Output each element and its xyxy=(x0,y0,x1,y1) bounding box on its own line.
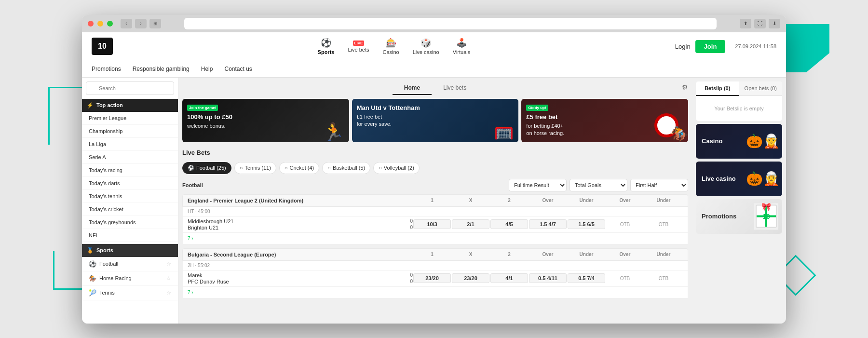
nav-live-casino[interactable]: 🎲 Live casino xyxy=(413,38,439,55)
filter-football[interactable]: ⚽ Football (25) xyxy=(182,162,231,174)
open-bets-tab[interactable]: Open bets (0) xyxy=(739,81,783,96)
banner-horse[interactable]: Giddy up! £5 free bet for betting £40+ o… xyxy=(521,99,688,142)
nav-sports-label: Sports xyxy=(318,49,335,55)
main-nav: ⚽ Sports LIVE Live bets 🎰 Casino 🎲 Live … xyxy=(127,38,661,55)
sidebar-item-todays-tennis[interactable]: Today's tennis xyxy=(82,190,178,203)
sidebar-item-todays-racing[interactable]: Today's racing xyxy=(82,164,178,177)
close-button[interactable] xyxy=(88,21,94,27)
search-input[interactable] xyxy=(86,81,174,95)
forward-button[interactable]: › xyxy=(135,19,147,28)
filter-volleyball-icon: ○ xyxy=(379,165,382,171)
odds-2-england[interactable]: 4/5 xyxy=(490,219,528,229)
banner-free-bet[interactable]: Man Utd v Tottenham £1 free bet for ever… xyxy=(352,99,519,142)
sports-label: Sports xyxy=(96,247,113,253)
sidebar-item-tennis[interactable]: 🎾 Tennis ☆ xyxy=(82,286,178,300)
sidebar-item-football[interactable]: ⚽ Football ☆ xyxy=(82,257,178,271)
filter-tennis[interactable]: ○ Tennis (11) xyxy=(234,162,276,174)
match-teams-bulgaria: Marek 0 PFC Dunav Ruse 0 xyxy=(188,272,413,284)
odds-2-bulgaria[interactable]: 4/1 xyxy=(490,273,528,283)
odds-1-england[interactable]: 10/3 xyxy=(413,219,451,229)
sidebar-item-la-liga[interactable]: La Liga xyxy=(82,138,178,151)
promo-card-casino[interactable]: Casino 🎃🧝 xyxy=(696,124,782,159)
nav-sports[interactable]: ⚽ Sports xyxy=(318,38,335,55)
live-casino-icon: 🎲 xyxy=(420,38,431,48)
minimize-button[interactable] xyxy=(97,21,103,27)
odds-under1-bulgaria[interactable]: 0.5 7/4 xyxy=(568,273,605,283)
sidebar-item-nfl[interactable]: NFL xyxy=(82,229,178,242)
nav-live-casino-label: Live casino xyxy=(413,49,439,55)
nav-casino[interactable]: 🎰 Casino xyxy=(382,38,399,55)
filter-volleyball[interactable]: ○ Volleyball (2) xyxy=(373,162,420,174)
right-sidebar: Betslip (0) Open bets (0) Your Betslip i… xyxy=(692,78,786,324)
odds-under1-england[interactable]: 1.5 6/5 xyxy=(568,219,605,229)
maximize-button[interactable] xyxy=(107,21,113,27)
filter-tennis-icon: ○ xyxy=(240,165,243,171)
filter-basketball[interactable]: ○ Basketball (5) xyxy=(322,162,370,174)
live-bets-title: Live Bets xyxy=(182,147,688,158)
sub-nav-promotions[interactable]: Promotions xyxy=(92,66,121,72)
sidebar-item-serie-a[interactable]: Serie A xyxy=(82,151,178,164)
more-bets-link-bulgaria[interactable]: 7 › xyxy=(188,289,413,296)
browser-window: ‹ › ⊞ ⬆ ⛶ ⬇ 10 ⚽ Sports LIVE Live bets 🎰… xyxy=(82,15,786,324)
tab-live-bets[interactable]: Live bets xyxy=(432,81,478,95)
sidebar-item-horse-racing[interactable]: 🏇 Horse Racing ☆ xyxy=(82,271,178,286)
promo-card-promotions[interactable]: Promotions 🎀 10 xyxy=(696,199,782,234)
odds-1-bulgaria[interactable]: 23/20 xyxy=(413,273,451,283)
col-under2: Under xyxy=(644,198,683,203)
sports-header-icon: 🏅 xyxy=(87,247,94,254)
site-header: 10 ⚽ Sports LIVE Live bets 🎰 Casino 🎲 Li… xyxy=(82,32,786,61)
total-goals-select[interactable]: Total Goals xyxy=(570,179,627,191)
horse-racing-star-icon[interactable]: ☆ xyxy=(166,275,171,282)
more-bets-link-england[interactable]: 7 › xyxy=(188,235,413,242)
tennis-star-icon[interactable]: ☆ xyxy=(166,290,171,296)
banner-freebet-title: Man Utd v Tottenham xyxy=(357,104,420,112)
back-button[interactable]: ‹ xyxy=(121,19,132,28)
odds-over1-bulgaria[interactable]: 0.5 4/11 xyxy=(529,273,567,283)
nav-virtuals[interactable]: 🕹️ Virtuals xyxy=(453,38,470,55)
filter-cricket[interactable]: ○ Cricket (4) xyxy=(279,162,319,174)
sidebar-item-premier-league[interactable]: Premier League xyxy=(82,112,178,125)
match-section-england: England - Premier League 2 (United Kingd… xyxy=(182,194,688,244)
banner-welcome-figure: 🏃 xyxy=(323,122,344,142)
sidebar-item-todays-greyhounds[interactable]: Today's greyhounds xyxy=(82,216,178,229)
tab-home[interactable]: Home xyxy=(393,81,432,95)
table-row: Marek 0 PFC Dunav Ruse 0 23/20 23/20 4/1… xyxy=(182,270,688,287)
login-button[interactable]: Login xyxy=(675,43,691,50)
football-star-icon[interactable]: ☆ xyxy=(166,261,171,267)
fullscreen-button[interactable]: ⛶ xyxy=(754,19,766,28)
nav-live-bets-label: Live bets xyxy=(348,47,369,53)
address-bar[interactable] xyxy=(184,18,717,29)
league-name-england: England - Premier League 2 (United Kingd… xyxy=(188,198,413,203)
sub-nav-contact[interactable]: Contact us xyxy=(224,66,252,72)
betslip-tab[interactable]: Betslip (0) xyxy=(696,81,739,96)
odds-over1-england[interactable]: 1.5 4/7 xyxy=(529,219,567,229)
sidebar-item-todays-cricket[interactable]: Today's cricket xyxy=(82,203,178,216)
odds-x-bulgaria[interactable]: 23/20 xyxy=(452,273,489,283)
banner-freebet-figure: 🥅 xyxy=(494,124,514,142)
promo-casino-label: Casino xyxy=(702,137,722,145)
sidebar-item-todays-darts[interactable]: Today's darts xyxy=(82,177,178,190)
center-area: Home Live bets ⚙ Join the game! 100% up … xyxy=(178,78,692,324)
search-wrapper: 🔍 xyxy=(86,81,174,95)
filter-tennis-label: Tennis (11) xyxy=(244,165,271,171)
tab-overview-button[interactable]: ⊞ xyxy=(149,19,161,28)
download-button[interactable]: ⬇ xyxy=(769,19,780,28)
banners: Join the game! 100% up to £50 welcome bo… xyxy=(182,99,688,142)
nav-live-bets[interactable]: LIVE Live bets xyxy=(348,41,369,53)
settings-icon[interactable]: ⚙ xyxy=(682,83,688,91)
fulltime-result-select[interactable]: Fulltime Result xyxy=(509,179,567,191)
banner-welcome[interactable]: Join the game! 100% up to £50 welcome bo… xyxy=(182,99,349,142)
sub-nav-responsible[interactable]: Responsible gambling xyxy=(133,66,190,72)
league-header-england[interactable]: England - Premier League 2 (United Kingd… xyxy=(182,194,688,207)
join-button[interactable]: Join xyxy=(695,40,726,53)
logo[interactable]: 10 xyxy=(92,38,113,55)
score-away-bulgaria: 0 xyxy=(410,279,413,284)
promo-card-live-casino[interactable]: Live casino 🎃🧝 xyxy=(696,162,782,196)
league-header-bulgaria[interactable]: Bulgaria - Second League (Europe) 1 X 2 … xyxy=(182,248,688,261)
odds-x-england[interactable]: 2/1 xyxy=(452,219,489,229)
sidebar-item-championship[interactable]: Championship xyxy=(82,125,178,138)
first-half-select[interactable]: First Half xyxy=(630,179,688,191)
banner-horse-badge: Giddy up! xyxy=(526,105,548,111)
sub-nav-help[interactable]: Help xyxy=(201,66,213,72)
share-button[interactable]: ⬆ xyxy=(740,19,751,28)
